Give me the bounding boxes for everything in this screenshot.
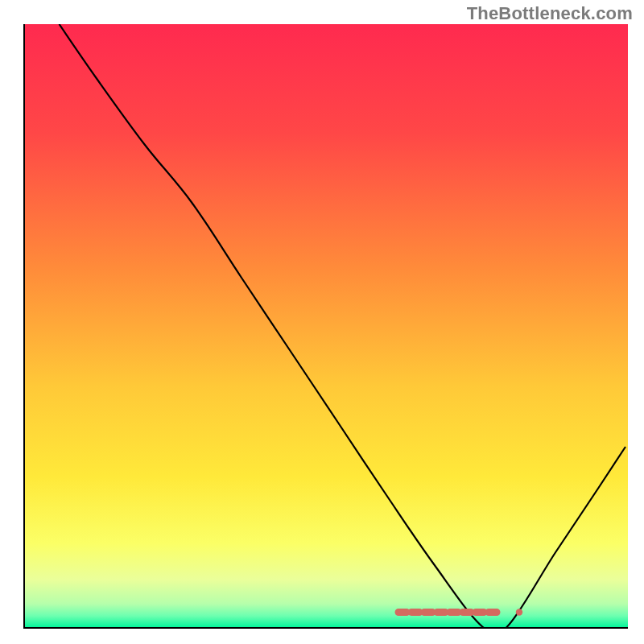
chart-container: TheBottleneck.com bbox=[0, 0, 644, 644]
bottleneck-chart bbox=[0, 0, 644, 644]
svg-point-2 bbox=[516, 609, 522, 615]
plot-background bbox=[24, 24, 628, 628]
